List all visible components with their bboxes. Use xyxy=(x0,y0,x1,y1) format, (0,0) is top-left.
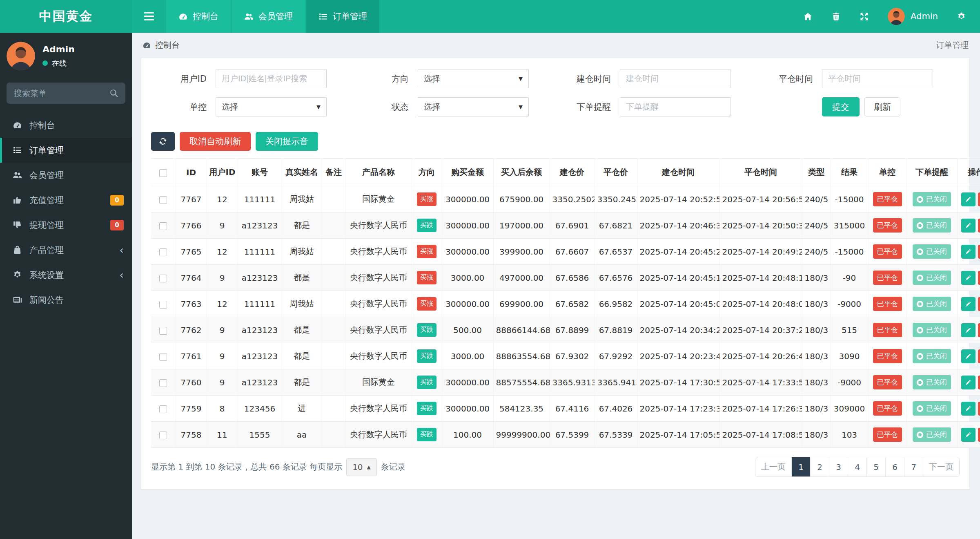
table-body: 7767 12 111111 周我姑 国际黄金 买涨 300000.00 675… xyxy=(151,186,980,448)
row-checkbox[interactable] xyxy=(159,301,167,309)
user-menu[interactable]: Admin xyxy=(888,8,938,25)
hamburger-menu-icon[interactable] xyxy=(132,0,166,33)
delete-button[interactable] xyxy=(978,428,980,442)
open-time-input[interactable] xyxy=(620,69,731,88)
row-checkbox[interactable] xyxy=(159,432,167,439)
trash-icon[interactable] xyxy=(831,12,841,21)
sidebar-item-settings[interactable]: 系统设置‹ xyxy=(0,262,132,287)
page-number-button[interactable]: 6 xyxy=(885,457,904,476)
delete-button[interactable] xyxy=(978,376,980,389)
cell-account: 111111 xyxy=(238,291,282,317)
newspaper-icon xyxy=(13,295,22,304)
refresh-button[interactable]: 刷新 xyxy=(864,97,900,116)
delete-button[interactable] xyxy=(978,297,980,311)
cell-close-price: 67.8819 xyxy=(595,317,637,343)
edit-button[interactable] xyxy=(961,323,976,337)
cell-real-name: 周我姑 xyxy=(282,186,322,212)
submit-button[interactable]: 提交 xyxy=(822,97,860,116)
circle-icon xyxy=(917,405,923,412)
delete-button[interactable] xyxy=(978,219,980,233)
user-id-input[interactable] xyxy=(216,69,327,88)
nav-tab-members[interactable]: 会员管理 xyxy=(232,0,305,33)
edit-button[interactable] xyxy=(961,349,976,363)
row-checkbox[interactable] xyxy=(159,327,167,335)
page-size-select[interactable]: 10▲ xyxy=(346,458,377,476)
delete-button[interactable] xyxy=(978,271,980,285)
row-checkbox[interactable] xyxy=(159,405,167,413)
col-account: 账号 xyxy=(238,159,282,186)
reload-table-button[interactable] xyxy=(151,132,175,151)
delete-button[interactable] xyxy=(978,192,980,206)
cell-id: 7760 xyxy=(176,369,207,396)
cell-account: 123456 xyxy=(238,396,282,422)
sidebar-item-withdrawals[interactable]: 提现管理0 xyxy=(0,212,132,237)
nav-tab-orders[interactable]: 订单管理 xyxy=(306,0,379,33)
mute-sound-button[interactable]: 关闭提示音 xyxy=(256,132,318,151)
edit-button[interactable] xyxy=(961,297,976,311)
close-time-input[interactable] xyxy=(822,69,933,88)
page-number-button[interactable]: 7 xyxy=(904,457,923,476)
delete-button[interactable] xyxy=(978,402,980,416)
breadcrumb[interactable]: 控制台 xyxy=(143,40,180,51)
edit-button[interactable] xyxy=(961,402,976,416)
row-checkbox[interactable] xyxy=(159,248,167,256)
caret-down-icon: ▼ xyxy=(519,76,523,82)
cell-note xyxy=(322,265,345,291)
row-checkbox[interactable] xyxy=(159,275,167,282)
sidebar-item-dashboard[interactable]: 控制台 xyxy=(0,113,132,138)
cell-amount: 3000.00 xyxy=(442,265,493,291)
edit-button[interactable] xyxy=(961,271,976,285)
edit-button[interactable] xyxy=(961,245,976,259)
row-checkbox[interactable] xyxy=(159,379,167,387)
row-checkbox[interactable] xyxy=(159,353,167,361)
edit-button[interactable] xyxy=(961,219,976,233)
prev-page-button[interactable]: 上一页 xyxy=(755,457,791,476)
delete-button[interactable] xyxy=(978,245,980,259)
delete-button[interactable] xyxy=(978,349,980,363)
search-icon[interactable] xyxy=(109,88,119,98)
reminder-input[interactable] xyxy=(620,97,731,116)
control-select[interactable]: 选择▼ xyxy=(216,97,327,116)
direction-select[interactable]: 选择▼ xyxy=(418,69,529,88)
row-checkbox[interactable] xyxy=(159,196,167,204)
cell-user-id: 9 xyxy=(207,265,238,291)
sidebar-item-products[interactable]: 产品管理‹ xyxy=(0,237,132,262)
select-all-checkbox[interactable] xyxy=(159,169,167,177)
settings-gear-icon[interactable] xyxy=(957,12,966,21)
sidebar-item-news[interactable]: 新闻公告 xyxy=(0,287,132,312)
row-checkbox[interactable] xyxy=(159,222,167,230)
page-number-button[interactable]: 4 xyxy=(848,457,866,476)
filter-form: 用户ID 方向 选择▼ 建仓时间 平仓时间 xyxy=(141,58,969,128)
cell-open-price: 3365.9313 xyxy=(550,369,595,396)
cell-user-id: 8 xyxy=(207,396,238,422)
cell-amount: 300000.00 xyxy=(442,239,493,265)
cancel-auto-refresh-button[interactable]: 取消自动刷新 xyxy=(180,132,251,151)
next-page-button[interactable]: 下一页 xyxy=(923,457,959,476)
reminder-status-badge: 已关闭 xyxy=(913,271,951,285)
cell-open-time: 2025-07-14 17:23:36 xyxy=(637,396,719,422)
page-number-button[interactable]: 5 xyxy=(866,457,885,476)
cell-note xyxy=(322,239,345,265)
sidebar-item-deposits[interactable]: 充值管理0 xyxy=(0,188,132,212)
cell-close-time: 2025-07-14 20:37:21 xyxy=(719,317,802,343)
page-number-button[interactable]: 3 xyxy=(829,457,848,476)
page-number-button[interactable]: 2 xyxy=(810,457,829,476)
cell-close-time: 2025-07-14 20:49:21 xyxy=(719,239,802,265)
home-icon[interactable] xyxy=(803,12,813,21)
edit-button[interactable] xyxy=(961,192,976,206)
nav-tab-dashboard[interactable]: 控制台 xyxy=(166,0,231,33)
orders-table: ID 用户ID 账号 真实姓名 备注 产品名称 方向 购买金额 买入后余额 建仓… xyxy=(151,158,980,448)
cell-account: 1555 xyxy=(238,422,282,448)
circle-icon xyxy=(917,353,923,360)
sidebar-item-members[interactable]: 会员管理 xyxy=(0,163,132,188)
status-select[interactable]: 选择▼ xyxy=(418,97,529,116)
sidebar-item-orders[interactable]: 订单管理 xyxy=(0,138,132,163)
sidebar-search-input[interactable] xyxy=(7,83,125,104)
edit-button[interactable] xyxy=(961,428,976,442)
page-number-button[interactable]: 1 xyxy=(791,457,810,476)
cell-balance: 399900.00 xyxy=(493,239,550,265)
page-title: 订单管理 xyxy=(936,40,969,51)
edit-button[interactable] xyxy=(961,376,976,389)
delete-button[interactable] xyxy=(978,323,980,337)
fullscreen-icon[interactable] xyxy=(860,12,869,21)
